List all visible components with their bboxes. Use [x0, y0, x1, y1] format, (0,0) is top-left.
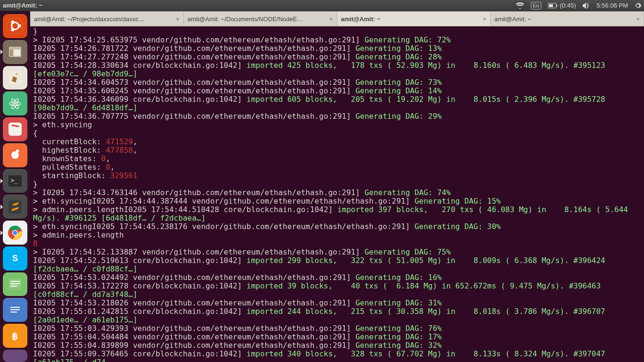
- terminal-tab-3[interactable]: amit@Amit: ~×: [491, 12, 644, 26]
- svg-point-17: [14, 103, 16, 105]
- svg-text:>_: >_: [11, 177, 18, 184]
- tab-label: amit@Amit: ~/Documents/NODE/NodeE…: [188, 16, 327, 23]
- close-icon[interactable]: ×: [636, 16, 640, 23]
- tab-label: amit@Amit: ~: [495, 16, 634, 23]
- settings-gear-icon[interactable]: [635, 2, 641, 9]
- svg-point-27: [13, 230, 17, 235]
- terminal-output[interactable]: } > I0205 17:54:25.653975 vendor/github.…: [30, 26, 644, 362]
- launcher-bitcoin[interactable]: ฿: [3, 324, 27, 348]
- close-icon[interactable]: ×: [176, 16, 180, 23]
- menubar: amit@Amit: ~ En (0:45) 5:56:06 PM: [0, 0, 644, 11]
- svg-rect-1: [556, 5, 557, 7]
- launcher-terminal[interactable]: >_: [3, 169, 27, 193]
- launcher-notes[interactable]: [3, 272, 27, 296]
- launcher-skype[interactable]: S: [3, 247, 27, 271]
- launcher-gedit[interactable]: [3, 66, 27, 90]
- svg-rect-10: [10, 49, 13, 56]
- close-icon[interactable]: ×: [483, 16, 487, 23]
- svg-rect-35: [10, 307, 20, 308]
- battery-indicator[interactable]: (0:45): [548, 2, 576, 9]
- launcher-chrome[interactable]: [3, 221, 27, 245]
- clock[interactable]: 5:56:06 PM: [597, 2, 628, 9]
- terminal-window: amit@Amit: ~/Projects/daxxcoin/daxxc…×am…: [30, 11, 644, 362]
- launcher-dash[interactable]: [3, 14, 27, 38]
- launcher-dev1[interactable]: [3, 350, 27, 362]
- launcher-dock: >_S฿: [0, 11, 30, 362]
- terminal-tab-1[interactable]: amit@Amit: ~/Documents/NODE/NodeE…×: [184, 12, 338, 26]
- svg-rect-37: [10, 312, 17, 313]
- launcher-atom[interactable]: [3, 91, 27, 115]
- svg-rect-36: [10, 309, 20, 310]
- svg-text:฿: ฿: [12, 331, 18, 341]
- svg-rect-32: [10, 283, 20, 284]
- battery-time: (0:45): [560, 2, 576, 9]
- terminal-tabstrip: amit@Amit: ~/Projects/daxxcoin/daxxc…×am…: [30, 11, 644, 26]
- running-indicator-icon: [0, 179, 3, 183]
- tab-label: amit@Amit: ~/Projects/daxxcoin/daxxc…: [34, 16, 173, 23]
- tab-label: amit@Amit: ~: [341, 16, 480, 23]
- launcher-docs[interactable]: [3, 298, 27, 322]
- running-indicator-icon: [0, 205, 3, 209]
- terminal-tab-0[interactable]: amit@Amit: ~/Projects/daxxcoin/daxxc…×: [30, 12, 184, 26]
- svg-marker-40: [9, 349, 21, 362]
- launcher-files[interactable]: [3, 40, 27, 64]
- window-title: amit@Amit: ~: [3, 2, 516, 9]
- launcher-reader[interactable]: [3, 117, 27, 141]
- close-icon[interactable]: ×: [329, 16, 333, 23]
- terminal-tab-2[interactable]: amit@Amit: ~×: [337, 12, 491, 26]
- keyboard-indicator[interactable]: En: [531, 2, 541, 9]
- terminal-text: } > I0205 17:54:25.653975 vendor/github.…: [33, 27, 641, 362]
- svg-rect-31: [10, 281, 20, 282]
- svg-text:S: S: [12, 254, 18, 263]
- launcher-postman[interactable]: [3, 143, 27, 167]
- svg-rect-33: [10, 286, 17, 287]
- running-indicator-icon: [0, 230, 3, 235]
- wifi-icon[interactable]: [516, 2, 524, 9]
- svg-rect-18: [8, 123, 22, 136]
- launcher-sublime[interactable]: [3, 195, 27, 219]
- svg-rect-24: [8, 200, 22, 214]
- volume-icon[interactable]: [583, 2, 590, 9]
- svg-rect-11: [14, 49, 20, 56]
- running-indicator-icon: [0, 49, 3, 54]
- svg-rect-2: [549, 4, 553, 7]
